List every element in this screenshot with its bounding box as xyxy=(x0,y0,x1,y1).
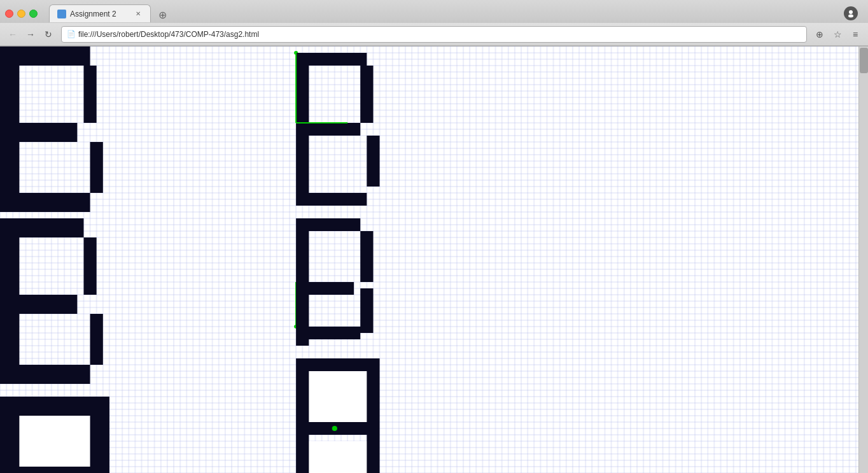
tab-bar: Assignment 2 ✕ ⊕ xyxy=(49,4,171,22)
minimize-button[interactable] xyxy=(17,10,25,18)
menu-icon[interactable]: ≡ xyxy=(848,27,863,42)
toolbar: ← → ↻ 📄 file:///Users/robert/Desktop/473… xyxy=(0,23,868,46)
close-button[interactable] xyxy=(5,10,13,18)
title-bar: Assignment 2 ✕ ⊕ xyxy=(0,0,868,23)
main-canvas xyxy=(0,46,868,473)
back-button[interactable]: ← xyxy=(5,27,20,42)
extension-icon xyxy=(844,6,858,20)
address-text: file:///Users/robert/Desktop/473/COMP-47… xyxy=(78,30,801,39)
tab-favicon xyxy=(57,10,66,18)
refresh-button[interactable]: ↻ xyxy=(41,27,56,42)
grid-canvas[interactable] xyxy=(0,46,868,473)
window-controls xyxy=(5,10,38,18)
toolbar-icons: ⊕ ☆ ≡ xyxy=(812,27,863,42)
tab-label: Assignment 2 xyxy=(70,10,131,18)
svg-point-1 xyxy=(848,15,853,18)
scrollbar-thumb[interactable] xyxy=(860,48,868,73)
maximize-button[interactable] xyxy=(29,10,38,18)
forward-button[interactable]: → xyxy=(23,27,38,42)
zoom-icon[interactable]: ⊕ xyxy=(812,27,827,42)
browser-chrome: Assignment 2 ✕ ⊕ ← → ↻ 📄 file:///Users/r… xyxy=(0,0,868,46)
svg-point-0 xyxy=(849,10,853,14)
active-tab[interactable]: Assignment 2 ✕ xyxy=(49,4,151,22)
address-bar[interactable]: 📄 file:///Users/robert/Desktop/473/COMP-… xyxy=(61,26,807,43)
bookmark-icon[interactable]: ☆ xyxy=(830,27,845,42)
scrollbar-vertical[interactable] xyxy=(858,46,868,473)
new-tab-button[interactable]: ⊕ xyxy=(153,7,171,22)
tab-close-button[interactable]: ✕ xyxy=(134,10,143,18)
